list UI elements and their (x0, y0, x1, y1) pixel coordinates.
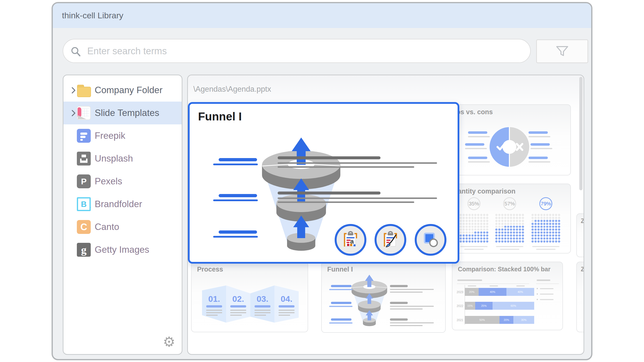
sidebar-item-unsplash[interactable]: Unsplash (64, 147, 182, 170)
waffle-chart (532, 214, 560, 243)
placeholder-line (278, 197, 437, 199)
placeholder-line (496, 246, 523, 247)
template-card-process[interactable]: Process 01. 02. 03. 04. (191, 262, 308, 332)
template-card-funnel-1[interactable]: Funnel I (321, 262, 446, 333)
preview-title: Funnel I (198, 110, 242, 123)
search-input[interactable] (87, 39, 509, 63)
placeholder-text-lines (468, 157, 490, 163)
year-label: 2023 (452, 290, 463, 294)
template-card-quantity-comparison[interactable]: quantity comparison 35% 57% 79% (446, 184, 571, 254)
legend-row (537, 288, 554, 289)
bar-segment: 60% (492, 302, 534, 310)
placeholder-line (329, 322, 352, 324)
clipboard-data-glyph: a (341, 230, 360, 249)
sidebar-item-freepik[interactable]: Freepik (64, 124, 182, 147)
stacked-bar-row: 50% 20% 30% (465, 316, 534, 324)
sidebar: Company Folder Slide Templates Freepik U… (63, 75, 182, 355)
chevron-right-icon[interactable] (68, 88, 77, 93)
template-card-partial[interactable]: Zi (576, 262, 584, 332)
template-title: Process (197, 266, 223, 273)
sidebar-item-label: Company Folder (95, 85, 162, 95)
search-icon (71, 46, 81, 57)
sidebar-item-slide-templates[interactable]: Slide Templates (64, 102, 182, 124)
placeholder-line (390, 322, 434, 323)
legend-row (537, 299, 554, 300)
placeholder-line (390, 325, 423, 326)
percent-badge: 79% (540, 197, 552, 210)
template-card-stacked-bar[interactable]: Comparison: Stacked 100% bar 2023 2022 2… (452, 262, 563, 330)
bar-segment: 20% (465, 288, 479, 296)
pexels-icon: P (77, 174, 91, 188)
bar-segment: 30% (513, 316, 534, 324)
placeholder-text-lines (465, 143, 487, 149)
percent-badge: 57% (503, 197, 516, 210)
placeholder-line (278, 162, 437, 164)
placeholder-line (331, 302, 352, 304)
sidebar-item-label: Getty Images (95, 245, 149, 255)
sidebar-item-label: Brandfolder (95, 199, 142, 209)
template-card-pros-vs-cons[interactable]: pros vs. cons (446, 104, 571, 175)
folder-icon (77, 83, 91, 97)
process-accordion: 01. 02. 03. 04. (202, 283, 299, 325)
placeholder-line (331, 285, 352, 287)
shapes-glyph (421, 230, 440, 249)
gear-icon[interactable]: ⚙ (162, 335, 176, 349)
window-title: think-cell Library (53, 3, 591, 20)
stacked-bar-row: 20% 40% 40% (465, 288, 534, 296)
sidebar-item-brandfolder[interactable]: B↓ Brandfolder (64, 193, 182, 216)
placeholder-line (390, 306, 434, 307)
clipboard-brush-glyph (381, 230, 400, 249)
canto-icon: C (77, 220, 91, 234)
placeholder-line (329, 306, 352, 307)
divider (457, 284, 529, 284)
sidebar-item-company-folder[interactable]: Company Folder (64, 79, 182, 102)
getty-images-icon: g (77, 243, 91, 257)
placeholder-line (278, 201, 414, 203)
placeholder-line (219, 194, 257, 197)
template-title: quantity comparison (450, 188, 516, 195)
placeholder-line (468, 286, 476, 287)
sidebar-item-canto[interactable]: C Canto (64, 216, 182, 238)
template-title: Zi (581, 266, 584, 273)
svg-text:02.: 02. (232, 294, 244, 304)
template-preview-popup[interactable]: Funnel I (188, 102, 459, 264)
sidebar-item-label: Pexels (95, 176, 122, 187)
placeholder-line (278, 156, 380, 159)
clipboard-data-icon[interactable]: a (335, 224, 366, 256)
placeholder-line (500, 249, 519, 250)
bar-segment: 40% (479, 288, 506, 296)
clipboard-style-icon[interactable] (374, 224, 406, 256)
waffle-chart (495, 214, 524, 243)
template-title: Comparison: Stacked 100% bar (458, 266, 550, 273)
placeholder-text-lines (468, 131, 490, 137)
placeholder-line (390, 302, 408, 304)
placeholder-line (390, 289, 434, 290)
placeholder-line (457, 280, 482, 281)
placeholder-line (213, 164, 258, 165)
placeholder-line (532, 246, 560, 247)
template-title: Zi (581, 217, 584, 225)
placeholder-line (490, 286, 498, 287)
placeholder-line (390, 309, 423, 310)
placeholder-line (464, 249, 484, 250)
freepik-icon (77, 129, 91, 143)
scrollbar-thumb[interactable] (579, 77, 582, 190)
chevron-right-icon[interactable] (68, 111, 77, 115)
bar-segment: 25% (475, 302, 492, 310)
filter-button[interactable] (536, 39, 588, 63)
sidebar-item-getty-images[interactable]: g Getty Images (64, 238, 182, 261)
template-card-partial[interactable]: Zi (576, 213, 584, 257)
breadcrumb-path: \Agendas\Agenda.pptx (193, 85, 271, 94)
search-box (63, 39, 531, 63)
placeholder-line (329, 289, 352, 290)
placeholder-text-lines (528, 157, 550, 163)
shapes-icon[interactable] (415, 224, 446, 256)
slide-templates-icon (77, 106, 91, 120)
brandfolder-icon: B↓ (77, 197, 91, 211)
stacked-bar-row: 15% 25% 60% (465, 302, 534, 310)
sidebar-item-pexels[interactable]: P Pexels (64, 170, 182, 193)
bar-segment: 15% (465, 302, 475, 310)
percent-badge: 35% (468, 197, 480, 210)
bar-segment: 50% (465, 316, 500, 324)
pros-cons-donut (489, 127, 530, 167)
